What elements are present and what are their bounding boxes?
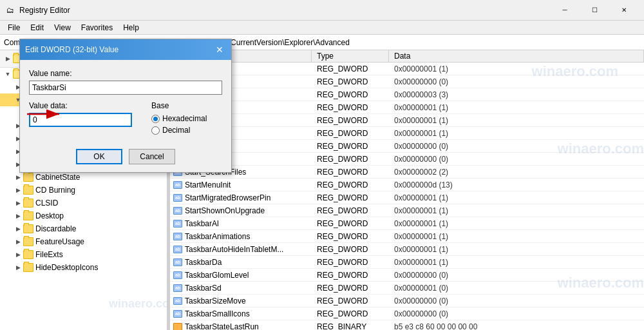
expand-icon: ▶ — [13, 211, 23, 221]
maximize-button[interactable]: ☐ — [580, 0, 609, 21]
value-name: StartMenuInit — [185, 180, 231, 189]
tree-item-fileexts[interactable]: ▶ FileExts — [0, 248, 167, 261]
value-data: 0x0000000d (13) — [389, 180, 644, 189]
menu-view[interactable]: View — [49, 22, 76, 34]
menu-file[interactable]: File — [3, 22, 25, 34]
value-type: REG_DWORD — [312, 64, 389, 73]
value-type: REG_DWORD — [312, 180, 389, 189]
table-row[interactable]: ab REG_DWORD 0x00000000 (0) — [170, 153, 644, 166]
value-type: REG_DWORD — [312, 90, 389, 99]
value-type: REG_DWORD — [312, 271, 389, 280]
value-data: 0x00000001 (1) — [389, 245, 644, 254]
tree-label: HideDesktopIcons — [35, 263, 98, 272]
expand-icon: ▶ — [13, 185, 23, 195]
value-data: 0x00000001 (1) — [389, 219, 644, 228]
tree-item-cdburning[interactable]: ▶ CD Burning — [0, 184, 167, 197]
expand-icon: ▶ — [13, 224, 23, 234]
table-row[interactable]: ab REG_DWORD 0x00000001 (1) — [170, 101, 644, 114]
value-data: 0x00000000 (0) — [389, 271, 644, 280]
value-type: REG_DWORD — [312, 296, 389, 306]
tree-item-featureusage[interactable]: ▶ FeatureUsage — [0, 235, 167, 248]
table-row-taskbarsmalicons[interactable]: abTaskbarSmallIcons REG_DWORD 0x00000000… — [170, 307, 644, 320]
value-type: REG_DWORD — [312, 103, 389, 112]
table-row-taskbaranimations[interactable]: abTaskbarAnimations REG_DWORD 0x00000001… — [170, 230, 644, 243]
radio-hex-circle[interactable] — [151, 115, 160, 123]
value-data: 0x00000001 (1) — [389, 103, 644, 112]
dialog-title-bar: Edit DWORD (32-bit) Value ✕ — [20, 39, 231, 60]
dword-icon: ab — [173, 297, 182, 305]
table-row-start-searchfiles[interactable]: abStart_SearchFiles REG_DWORD 0x00000002… — [170, 166, 644, 179]
col-header-type[interactable]: Type — [312, 50, 389, 62]
value-data-input[interactable] — [29, 113, 132, 127]
tree-item-cabinet[interactable]: ▶ CabinetState — [0, 171, 167, 184]
value-name-label: Value name: — [29, 69, 222, 78]
table-row-taskbarsizemove[interactable]: abTaskbarSizeMove REG_DWORD 0x00000000 (… — [170, 295, 644, 307]
table-row-taskbarsd[interactable]: abTaskbarSd REG_DWORD 0x00000001 (0) — [170, 282, 644, 295]
base-label: Base — [151, 101, 207, 110]
table-row[interactable]: ab REG_DWORD 0x00000001 (1) — [170, 114, 644, 127]
value-name: TaskbarGlomLevel — [185, 271, 249, 280]
values-pane[interactable]: Name Type Data ab REG_DWORD 0x00000001 (… — [170, 50, 644, 330]
table-row[interactable]: ab REG_DWORD 0x00000003 (3) — [170, 88, 644, 101]
folder-icon — [23, 173, 33, 182]
edit-dword-dialog: Edit DWORD (32-bit) Value ✕ Value name: … — [19, 39, 232, 173]
table-row-startmigratedbrowserpin[interactable]: abStartMigratedBrowserPin REG_DWORD 0x00… — [170, 191, 644, 204]
tree-item-discardable[interactable]: ▶ Discardable — [0, 222, 167, 235]
radio-dec-label: Decimal — [162, 126, 190, 135]
table-row[interactable]: ab REG_DWORD 0x00000000 (0) — [170, 75, 644, 88]
dword-icon: ab — [173, 220, 182, 228]
radio-decimal[interactable]: Decimal — [151, 126, 207, 135]
menu-bar: File Edit View Favorites Help — [0, 21, 644, 35]
table-row[interactable]: ab REG_DWORD 0x00000001 (1) — [170, 63, 644, 75]
value-name: TaskbarDa — [185, 258, 222, 267]
dialog-close-button[interactable]: ✕ — [213, 43, 226, 56]
value-data-section: Value data: — [29, 101, 132, 133]
folder-icon — [23, 224, 33, 233]
value-type: REG_DWORD — [312, 116, 389, 125]
table-row-startshownonupgrade[interactable]: abStartShownOnUpgrade REG_DWORD 0x000000… — [170, 204, 644, 217]
value-data: 0x00000001 (1) — [389, 193, 644, 202]
value-data: 0x00000001 (1) — [389, 116, 644, 125]
value-name: StartMigratedBrowserPin — [185, 193, 270, 202]
tree-label: CD Burning — [35, 186, 75, 195]
dword-icon: ab — [173, 233, 182, 240]
menu-help[interactable]: Help — [118, 22, 144, 34]
table-row-startmenuinit[interactable]: abStartMenuInit REG_DWORD 0x0000000d (13… — [170, 179, 644, 191]
ok-button[interactable]: OK — [76, 149, 122, 164]
tree-label: CabinetState — [35, 173, 80, 182]
table-row-taskbaral[interactable]: abTaskbarAl REG_DWORD 0x00000001 (1) — [170, 217, 644, 230]
radio-hex-label: Hexadecimal — [162, 114, 207, 123]
value-type: REG_DWORD — [312, 129, 389, 138]
radio-hexadecimal[interactable]: Hexadecimal — [151, 114, 207, 123]
menu-favorites[interactable]: Favorites — [76, 22, 118, 34]
dword-icon: ab — [173, 207, 182, 215]
dialog-data-row: Value data: Base Hexadecimal Decimal — [29, 101, 222, 137]
table-row-taskbarda[interactable]: abTaskbarDa REG_DWORD 0x00000001 (1) — [170, 256, 644, 269]
binary-icon — [173, 323, 182, 331]
value-name-input[interactable] — [29, 81, 222, 95]
table-row[interactable]: ab REG_DWORD 0x00000001 (1) — [170, 127, 644, 140]
value-type: REG_DWORD — [312, 284, 389, 293]
menu-edit[interactable]: Edit — [25, 22, 49, 34]
table-row[interactable]: ab REG_DWORD 0x00000000 (0) — [170, 140, 644, 153]
radio-dec-circle[interactable] — [151, 126, 160, 135]
tree-item-desktop[interactable]: ▶ Desktop — [0, 209, 167, 222]
tree-item-hidedesktop[interactable]: ▶ HideDesktopIcons — [0, 261, 167, 274]
value-data: 0x00000002 (2) — [389, 168, 644, 177]
window-controls: ─ ☐ ✕ — [550, 0, 639, 21]
table-row-taskbarautohide[interactable]: abTaskbarAutoHideInTabletM... REG_DWORD … — [170, 243, 644, 256]
close-button[interactable]: ✕ — [609, 0, 639, 21]
cancel-button[interactable]: Cancel — [129, 149, 175, 164]
table-row-taskbarglomlevel[interactable]: abTaskbarGlomLevel REG_DWORD 0x00000000 … — [170, 269, 644, 282]
tree-item-clsid[interactable]: ▶ CLSID — [0, 197, 167, 209]
value-data: 0x00000001 (1) — [389, 64, 644, 73]
value-name: TaskbarSizeMove — [185, 296, 246, 306]
value-type: REG_DWORD — [312, 258, 389, 267]
minimize-button[interactable]: ─ — [550, 0, 580, 21]
value-type: REG_DWORD — [312, 245, 389, 254]
table-row-taskbarstatelastrun[interactable]: TaskbarStateLastRun REG_BINARY b5 e3 c8 … — [170, 320, 644, 330]
value-data: 0x00000001 (1) — [389, 258, 644, 267]
col-header-data[interactable]: Data — [389, 50, 644, 62]
dword-icon: ab — [173, 310, 182, 318]
value-name: TaskbarAl — [185, 219, 219, 228]
